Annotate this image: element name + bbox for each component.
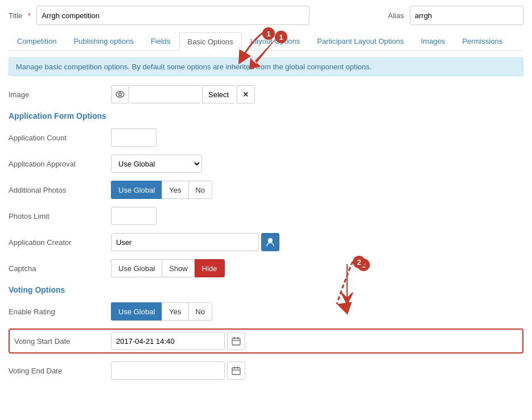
- app-creator-input[interactable]: [111, 233, 259, 251]
- tab-publishing[interactable]: Publishing options: [65, 32, 142, 50]
- voting-start-date-calendar-button[interactable]: [227, 332, 245, 350]
- app-count-input[interactable]: [111, 128, 156, 147]
- tab-participant-layout[interactable]: Participant Layout Options: [308, 32, 412, 50]
- captcha-label: Captcha: [9, 264, 111, 273]
- title-input[interactable]: [36, 6, 310, 25]
- image-select-button[interactable]: Select: [202, 85, 234, 103]
- svg-point-1: [119, 93, 122, 96]
- info-banner: Manage basic competition options. By def…: [9, 57, 523, 76]
- image-label: Image: [9, 90, 111, 99]
- tab-layout-options[interactable]: Layout Options: [242, 32, 308, 50]
- voting-end-date-row: Voting End Date: [9, 361, 523, 380]
- tab-bar: Competition Publishing options Fields Ba…: [9, 32, 523, 51]
- enable-rating-label: Enable Rating: [9, 307, 111, 316]
- enable-rating-use-global[interactable]: Use Global: [111, 302, 162, 321]
- app-creator-row: Application Creator: [9, 233, 523, 251]
- app-creator-user-button[interactable]: [261, 233, 279, 251]
- image-preview-button[interactable]: [111, 85, 129, 103]
- app-approval-label: Application Approval: [9, 160, 111, 168]
- app-count-label: Application Count: [9, 134, 111, 142]
- enable-rating-btn-group: Use Global Yes No: [111, 302, 212, 321]
- captcha-hide[interactable]: Hide: [195, 259, 225, 277]
- voting-end-date-label: Voting End Date: [9, 367, 111, 375]
- voting-end-date-calendar-button[interactable]: [227, 361, 245, 380]
- photos-limit-input[interactable]: [111, 207, 156, 225]
- captcha-btn-group: Use Global Show Hide: [111, 259, 225, 277]
- image-filename-input[interactable]: [131, 85, 200, 103]
- additional-photos-no[interactable]: No: [188, 181, 213, 199]
- app-approval-row: Application Approval Use Global Yes No: [9, 155, 523, 173]
- enable-rating-yes[interactable]: Yes: [162, 302, 188, 321]
- captcha-row: Captcha Use Global Show Hide: [9, 259, 523, 277]
- user-icon: [266, 238, 274, 247]
- voting-start-date-label: Voting Start Date: [14, 337, 111, 346]
- enable-rating-no[interactable]: No: [188, 302, 213, 321]
- eye-icon: [116, 91, 125, 98]
- svg-rect-7: [232, 368, 240, 375]
- alias-input[interactable]: [410, 6, 523, 25]
- captcha-show[interactable]: Show: [162, 259, 195, 277]
- svg-point-2: [268, 238, 273, 243]
- voting-start-date-input[interactable]: [111, 332, 225, 350]
- enable-rating-row: Enable Rating Use Global Yes No: [9, 302, 523, 321]
- application-form-section-title: Application Form Options: [9, 111, 523, 120]
- additional-photos-yes[interactable]: Yes: [162, 181, 188, 199]
- image-control: Select ✕: [111, 85, 255, 103]
- tab-basic-options[interactable]: Basic Options: [179, 32, 242, 51]
- photos-limit-label: Photos Limit: [9, 212, 111, 221]
- app-creator-label: Application Creator: [9, 238, 111, 247]
- calendar-icon-2: [232, 366, 241, 375]
- app-count-row: Application Count: [9, 128, 523, 147]
- captcha-use-global[interactable]: Use Global: [111, 259, 162, 277]
- required-star: *: [28, 11, 31, 20]
- image-field-row: Image Select ✕: [9, 85, 523, 103]
- tab-images[interactable]: Images: [413, 32, 454, 50]
- svg-rect-3: [232, 338, 240, 345]
- photos-limit-row: Photos Limit: [9, 207, 523, 225]
- calendar-icon: [232, 336, 241, 346]
- svg-point-0: [116, 92, 124, 97]
- voting-start-date-row: Voting Start Date: [9, 328, 523, 354]
- additional-photos-label: Additional Photos: [9, 186, 111, 194]
- image-clear-button[interactable]: ✕: [237, 85, 255, 103]
- alias-label: Alias: [388, 11, 404, 20]
- additional-photos-row: Additional Photos Use Global Yes No: [9, 181, 523, 199]
- voting-options-section-title: Voting Options: [9, 285, 523, 294]
- title-label: Title: [9, 11, 22, 20]
- app-approval-select[interactable]: Use Global Yes No: [111, 155, 202, 173]
- additional-photos-use-global[interactable]: Use Global: [111, 181, 162, 199]
- voting-end-date-input[interactable]: [111, 361, 225, 380]
- additional-photos-btn-group: Use Global Yes No: [111, 181, 212, 199]
- tab-permissions[interactable]: Permissions: [453, 32, 511, 50]
- tab-competition[interactable]: Competition: [9, 32, 65, 50]
- tab-fields[interactable]: Fields: [142, 32, 179, 50]
